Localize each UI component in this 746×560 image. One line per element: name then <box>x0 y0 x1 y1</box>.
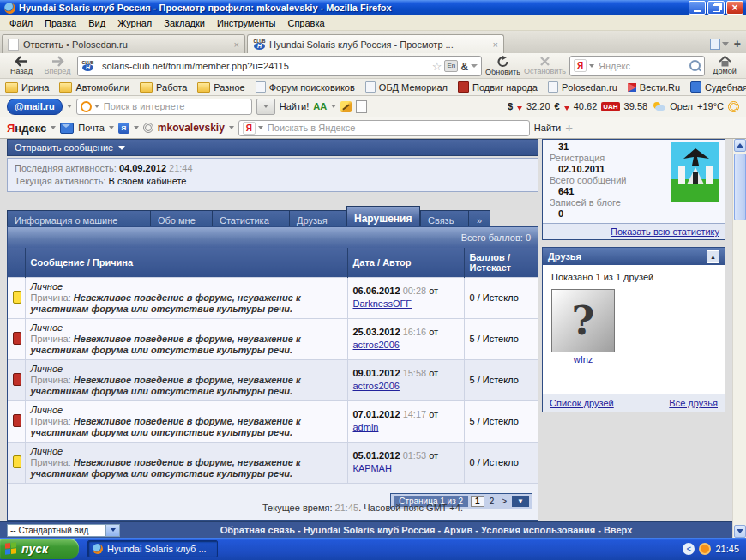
bookmark-item[interactable]: Polosedan.ru <box>548 81 617 93</box>
mailru-find-button[interactable]: Найти! <box>280 101 309 111</box>
author-link[interactable]: admin <box>353 422 379 432</box>
bookmark-item[interactable]: Ирина <box>5 82 49 93</box>
bookmark-item[interactable]: Разное <box>197 82 244 93</box>
author-link[interactable]: actros2006 <box>353 340 400 350</box>
send-message-button[interactable]: Отправить сообщение <box>7 139 538 156</box>
toolbar-grip-icon[interactable]: ✛ <box>565 123 572 133</box>
hide-tray-icons-button[interactable] <box>683 543 695 555</box>
pencil-icon[interactable] <box>340 101 352 112</box>
mail-envelope-icon[interactable] <box>60 123 74 134</box>
author-link[interactable]: КАРМАН <box>353 463 392 473</box>
author-link[interactable]: actros2006 <box>353 381 400 391</box>
collapse-button[interactable]: ▲ <box>707 250 719 263</box>
fonts-icon[interactable]: AA <box>313 101 327 111</box>
friend-avatar[interactable]: ? <box>551 289 615 352</box>
search-engine-dropdown-icon[interactable] <box>589 64 594 68</box>
scrollbar-thumb[interactable] <box>734 154 746 220</box>
tab-list-button[interactable] <box>710 39 729 50</box>
fonts-dropdown-icon[interactable] <box>331 105 336 108</box>
settings-gear-icon[interactable] <box>143 123 153 133</box>
yandex-search-dropdown-icon[interactable] <box>258 126 263 129</box>
yandex-search-box[interactable] <box>238 120 530 136</box>
menu-bookmarks[interactable]: Закладки <box>158 18 211 28</box>
menu-help[interactable]: Справка <box>281 18 330 28</box>
mailru-search-box[interactable] <box>76 99 252 115</box>
forward-button[interactable]: Вперёд <box>41 56 74 75</box>
url-input[interactable] <box>100 60 430 72</box>
show-all-stats-link[interactable]: Показать всю статистику <box>611 226 719 237</box>
refresh-button[interactable]: Обновить <box>485 56 520 76</box>
bookmark-item[interactable]: Автомобили <box>59 82 129 93</box>
user-dropdown-icon[interactable] <box>229 126 234 129</box>
search-box[interactable] <box>569 56 705 76</box>
mail-dropdown-icon[interactable] <box>109 126 114 129</box>
search-input[interactable] <box>597 60 687 72</box>
mailru-search-input[interactable] <box>102 100 248 112</box>
yandex-services-icon[interactable] <box>118 123 129 134</box>
url-bar[interactable]: CLUBH <box>77 56 482 76</box>
taskbar: пуск Hyundai Solaris клуб ... 21:45 <box>0 538 746 560</box>
bookmark-item[interactable]: Форум поисковиков <box>256 81 355 93</box>
reason-label: Причина: <box>31 375 71 385</box>
yandex-search-input[interactable] <box>266 122 526 134</box>
tab-close-icon[interactable]: × <box>234 39 239 50</box>
friends-list-link[interactable]: Список друзей <box>550 398 614 408</box>
usd-icon[interactable]: $ <box>508 101 513 111</box>
menu-file[interactable]: Файл <box>3 18 39 28</box>
menu-view[interactable]: Вид <box>82 18 111 28</box>
scroll-up-button[interactable] <box>734 139 746 152</box>
yandex-dropdown-icon[interactable] <box>51 126 56 129</box>
eur-icon[interactable]: € <box>555 101 560 111</box>
extension-amp-icon[interactable] <box>460 58 468 74</box>
close-button[interactable] <box>726 1 743 15</box>
restore-button[interactable] <box>707 1 725 15</box>
search-type-dropdown-icon[interactable] <box>94 105 99 108</box>
mailru-logo[interactable]: @mail.ru <box>7 99 63 115</box>
uah-badge[interactable]: UAH <box>601 102 619 111</box>
gear-icon[interactable] <box>728 101 739 112</box>
minimize-button[interactable] <box>689 1 706 15</box>
yandex-search-engine-icon[interactable] <box>574 59 587 72</box>
new-tab-button[interactable]: + <box>734 38 741 50</box>
bookmark-item[interactable]: Судебная практика <box>690 81 746 93</box>
style-select[interactable]: -- Стандартный вид <box>7 524 120 537</box>
url-dropdown-icon[interactable] <box>471 64 478 68</box>
vertical-scrollbar[interactable] <box>732 139 746 538</box>
services-dropdown-icon[interactable] <box>134 126 139 129</box>
yandex-find-button[interactable]: Найти <box>534 123 561 133</box>
yandex-logo[interactable]: Яндекс <box>7 122 46 135</box>
tab-close-icon[interactable]: × <box>493 39 498 50</box>
friend-name-link[interactable]: wInz <box>574 354 593 364</box>
footer-links[interactable]: Обратная связь - Hyundai Solaris клуб Ро… <box>120 525 732 535</box>
mailru-dropdown-icon[interactable] <box>67 105 72 108</box>
browser-tab-solaris-club[interactable]: CLUBH Hyundai Solaris клуб Россия - Прос… <box>247 34 504 53</box>
back-button[interactable]: Назад <box>5 56 38 75</box>
taskbar-task-button[interactable]: Hyundai Solaris клуб ... <box>87 540 218 557</box>
menu-history[interactable]: Журнал <box>111 18 158 28</box>
magnifier-icon[interactable] <box>689 60 701 71</box>
scroll-down-button[interactable] <box>734 525 746 538</box>
menu-edit[interactable]: Правка <box>39 18 82 28</box>
bookmark-item[interactable]: Работа <box>140 82 187 93</box>
stop-button[interactable]: Остановить <box>524 56 566 75</box>
author-link[interactable]: DarknessOFF <box>353 298 412 309</box>
start-button[interactable]: пуск <box>0 539 79 559</box>
mailru-search-combo[interactable] <box>256 99 275 115</box>
all-friends-link[interactable]: Все друзья <box>669 398 718 408</box>
infraction-row: Личное Причина: Невежливое поведение в ф… <box>8 400 538 442</box>
bookmark-item[interactable]: ОБД Мемориал <box>365 81 448 93</box>
clipper-extension-icon[interactable] <box>444 60 458 72</box>
yandex-mail-label[interactable]: Почта <box>78 123 105 133</box>
weather-city[interactable]: Орел <box>670 101 693 111</box>
document-icon[interactable] <box>356 100 367 113</box>
bookmark-item[interactable]: Подвиг народа <box>458 81 538 93</box>
browser-tab-polosedan[interactable]: Ответить • Polosedan.ru × <box>2 34 245 53</box>
home-button[interactable]: Домой <box>708 56 741 75</box>
bookmark-star-icon[interactable] <box>432 58 442 74</box>
tray-app-icon[interactable] <box>699 543 711 555</box>
menu-tools[interactable]: Инструменты <box>211 18 282 28</box>
weather-temp: +19°C <box>697 101 724 111</box>
yandex-user[interactable]: mkovalevskiy <box>158 122 225 134</box>
select-arrow-icon[interactable] <box>105 525 119 536</box>
bookmark-item[interactable]: Вести.Ru <box>628 82 680 93</box>
